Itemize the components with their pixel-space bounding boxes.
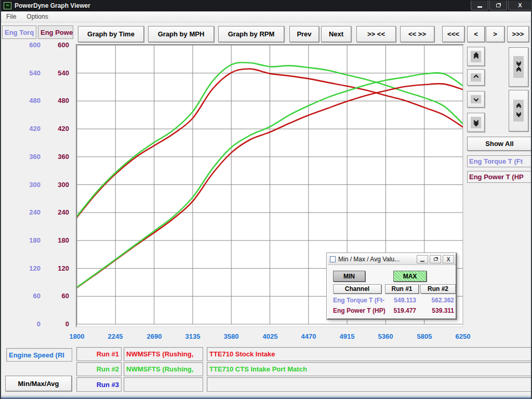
popup-power-run1-max: 519.477 [384, 307, 416, 314]
restore-icon [496, 4, 500, 7]
legend-eng-power[interactable]: Eng Power T (HP [467, 171, 532, 183]
minimize-button[interactable] [471, 1, 488, 10]
compress-chevrons-icon [513, 56, 524, 78]
popup-torque-run1-max: 549.113 [384, 297, 416, 304]
popup-col-run2[interactable]: Run #2 [420, 284, 456, 294]
tab-eng-torque-axis[interactable]: Eng Torq [2, 25, 36, 39]
power-tick: 360 [49, 153, 69, 161]
popup-restore-button[interactable] [430, 255, 441, 263]
power-tick: 0 [49, 320, 69, 328]
y-scale-up-fast-button[interactable] [467, 47, 485, 66]
menu-bar: File Options [1, 11, 532, 22]
scroll-left-button[interactable]: < [467, 26, 485, 42]
run2-name-field[interactable]: NWMSFTS (Rushing, [124, 362, 203, 376]
run2-label: Run #2 [76, 362, 122, 376]
max-toggle-button[interactable]: MAX [393, 271, 427, 282]
popup-page-icon [330, 256, 336, 262]
menu-file[interactable]: File [1, 12, 21, 21]
torque-tick: 240 [21, 208, 41, 216]
torque-tick: 0 [21, 320, 41, 328]
torque-tick: 420 [21, 125, 41, 132]
rpm-tick: 6250 [445, 332, 481, 340]
title-bar[interactable]: ~ PowerDyne Graph Viewer X [1, 0, 532, 11]
rpm-tick: 3135 [175, 332, 211, 340]
popup-title: Min / Max / Avg Valu... [338, 256, 400, 263]
power-tick: 180 [49, 236, 69, 244]
triple-chevron-up-icon [471, 51, 481, 62]
popup-title-bar[interactable]: Min / Max / Avg Valu... X [328, 254, 456, 265]
torque-tick: 60 [21, 292, 41, 300]
menu-options[interactable]: Options [21, 12, 53, 21]
popup-close-button[interactable]: X [443, 255, 454, 263]
run3-description-field[interactable] [207, 377, 531, 392]
run1-label: Run #1 [76, 347, 122, 361]
rpm-tick: 4915 [329, 332, 365, 340]
popup-close-icon: X [447, 257, 450, 262]
graph-by-mph-button[interactable]: Graph by MPH [148, 26, 214, 42]
legend-eng-torque[interactable]: Eng Torque T (Ft [467, 155, 532, 167]
run3-name-field[interactable] [124, 377, 203, 392]
triple-chevron-down-icon [471, 117, 481, 128]
run1-description-field[interactable]: TTE710 Stock Intake [207, 347, 531, 361]
rpm-tick: 5360 [367, 332, 404, 340]
restore-button[interactable] [489, 1, 507, 10]
minmaxavg-button[interactable]: Min/Max/Avg [5, 376, 72, 391]
show-all-button[interactable]: Show All [467, 137, 532, 151]
popup-col-run1[interactable]: Run #1 [385, 284, 419, 294]
tab-eng-power-axis[interactable]: Eng Powe [38, 25, 73, 39]
minmax-popup-window: Min / Max / Avg Valu... X MIN MAX Channe… [327, 253, 457, 320]
popup-torque-channel: Eng Torque T (Ft- [333, 297, 385, 304]
next-button[interactable]: Next [321, 26, 351, 42]
zoom-in-x-button[interactable]: >> << [356, 26, 396, 42]
run1-name-field[interactable]: NWMSFTS (Rushing, [124, 347, 203, 361]
chevron-down-icon [471, 95, 481, 103]
app-waveform-icon: ~ [4, 2, 11, 9]
expand-chevrons-icon [513, 100, 524, 122]
run2-description-field[interactable]: TTE710 CTS Intake Port Match [207, 362, 531, 376]
popup-col-channel[interactable]: Channel [333, 284, 381, 294]
rpm-tick: 4025 [252, 332, 288, 340]
x-axis-channel-box: Engine Speed (RI [6, 348, 72, 362]
window-bottom-border [1, 394, 532, 399]
graph-by-rpm-button[interactable]: Graph by RPM [218, 26, 284, 42]
torque-tick: 600 [21, 41, 41, 49]
scroll-right-fast-button[interactable]: >>> [507, 26, 529, 42]
torque-tick: 480 [21, 97, 41, 104]
power-tick: 120 [49, 264, 69, 272]
powerdyne-window: ~ PowerDyne Graph Viewer X File Options … [0, 0, 532, 399]
power-tick: 300 [49, 181, 69, 189]
popup-minimize-button[interactable] [417, 255, 428, 263]
popup-power-run2-max: 539.311 [422, 307, 454, 314]
min-toggle-button[interactable]: MIN [333, 271, 365, 282]
power-tick: 60 [49, 292, 69, 300]
rpm-tick: 5805 [406, 332, 443, 340]
rpm-tick: 4470 [290, 332, 327, 340]
prev-button[interactable]: Prev [289, 26, 319, 42]
rpm-tick: 1800 [59, 332, 95, 340]
scroll-left-fast-button[interactable]: <<< [442, 26, 464, 42]
close-icon: X [518, 2, 522, 8]
y-compress-button[interactable] [509, 47, 528, 87]
power-tick: 420 [49, 125, 69, 132]
y-expand-button[interactable] [509, 90, 528, 131]
run3-label: Run #3 [76, 377, 122, 392]
rpm-tick: 2245 [97, 332, 134, 340]
y-scale-up-button[interactable] [467, 69, 485, 86]
torque-tick: 180 [21, 236, 41, 244]
y-scale-down-button[interactable] [467, 91, 485, 108]
popup-restore-icon [434, 258, 437, 261]
scroll-right-button[interactable]: > [486, 26, 504, 42]
zoom-out-x-button[interactable]: << >> [400, 26, 434, 42]
minimize-icon [477, 6, 482, 8]
power-tick: 240 [49, 208, 69, 216]
torque-tick: 120 [21, 264, 41, 272]
y-scale-down-fast-button[interactable] [467, 113, 485, 132]
graph-by-time-button[interactable]: Graph by Time [78, 26, 144, 42]
rpm-tick: 3580 [213, 332, 249, 340]
power-tick: 480 [49, 97, 69, 104]
power-tick: 540 [49, 69, 69, 77]
window-title: PowerDyne Graph Viewer [15, 2, 90, 9]
popup-torque-run2-max: 562.362 [422, 297, 454, 304]
popup-power-channel: Eng Power T (HP) [333, 307, 385, 314]
close-button[interactable]: X [508, 1, 532, 10]
